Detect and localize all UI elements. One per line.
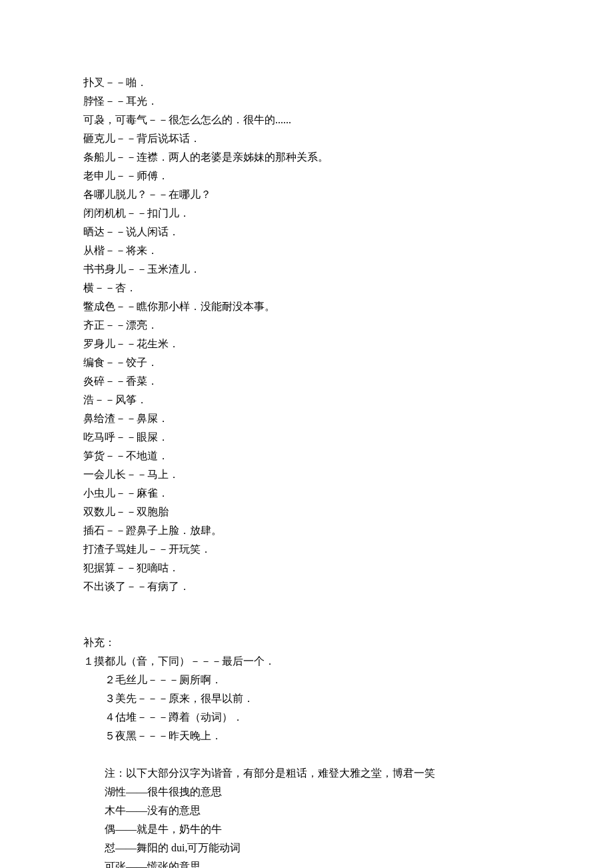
dialect-entry: 晒达－－说人闲话． bbox=[83, 223, 530, 241]
dialect-entry: 打渣子骂娃儿－－开玩笑． bbox=[83, 540, 530, 559]
dialect-entry: 各哪儿脱儿？－－在哪儿？ bbox=[83, 185, 530, 204]
supplement-section: 补充： １摸都儿（音，下同）－－－最后一个． ２毛丝儿－－－厕所啊． ３美先－－… bbox=[83, 633, 530, 868]
dialect-entry: 脖怪－－耳光． bbox=[83, 92, 530, 111]
document-page: 扑叉－－啪． 脖怪－－耳光． 可袅，可毒气－－很怎么怎么的．很牛的...... … bbox=[0, 0, 613, 868]
dialect-entry: 笋货－－不地道． bbox=[83, 447, 530, 465]
supplement-more-item: 偶——就是牛，奶牛的牛 bbox=[83, 820, 530, 839]
dialect-entry: 条船儿－－连襟．两人的老婆是亲姊妹的那种关系。 bbox=[83, 148, 530, 167]
dialect-entry: 横－－杏． bbox=[83, 279, 530, 297]
supplement-item: １摸都儿（音，下同）－－－最后一个． bbox=[83, 652, 530, 671]
supplement-more-item: 木牛——没有的意思 bbox=[83, 801, 530, 820]
dialect-entry: 从楷－－将来． bbox=[83, 241, 530, 260]
dialect-entry: 吃马呼－－眼屎． bbox=[83, 428, 530, 447]
dialect-entry: 炎碎－－香菜． bbox=[83, 372, 530, 391]
supplement-item: ３美先－－－原来，很早以前． bbox=[83, 689, 530, 708]
dialect-entry: 书书身儿－－玉米渣儿． bbox=[83, 260, 530, 279]
dialect-entry: 浩－－风筝． bbox=[83, 391, 530, 409]
blank-line bbox=[83, 615, 530, 633]
dialect-entry: 犯据算－－犯嘀咕． bbox=[83, 559, 530, 577]
blank-line bbox=[83, 596, 530, 615]
dialect-entry: 不出谈了－－有病了． bbox=[83, 577, 530, 596]
supplement-title: 补充： bbox=[83, 633, 530, 652]
supplement-note: 注：以下大部分汉字为谐音，有部分是粗话，难登大雅之堂，博君一笑 bbox=[83, 764, 530, 783]
supplement-item: ５夜黑－－－昨天晚上． bbox=[83, 727, 530, 745]
dialect-entry: 一会儿长－－马上． bbox=[83, 465, 530, 484]
dialect-entry: 双数儿－－双胞胎 bbox=[83, 503, 530, 521]
supplement-more-item: 可张——慌张的意思 bbox=[83, 857, 530, 868]
dialect-entry: 闭闭机机－－扣门儿． bbox=[83, 204, 530, 223]
dialect-entry: 鳖成色－－瞧你那小样．没能耐没本事。 bbox=[83, 297, 530, 316]
dialect-entry: 编食－－饺子． bbox=[83, 353, 530, 372]
dialect-entry: 鼻给渣－－鼻屎． bbox=[83, 409, 530, 428]
supplement-more-item: 怼——舞阳的 dui,可万能动词 bbox=[83, 839, 530, 857]
dialect-entry: 罗身儿－－花生米． bbox=[83, 335, 530, 353]
dialect-entry: 小虫儿－－麻雀． bbox=[83, 484, 530, 503]
supplement-item: ２毛丝儿－－－厕所啊． bbox=[83, 671, 530, 689]
dialect-entry: 齐正－－漂亮． bbox=[83, 316, 530, 335]
dialect-entry: 插石－－蹬鼻子上脸．放肆。 bbox=[83, 521, 530, 540]
dialect-entry: 砸克儿－－背后说坏话． bbox=[83, 129, 530, 148]
supplement-more-item: 湖性——很牛很拽的意思 bbox=[83, 783, 530, 801]
dialect-entry: 老申儿－－师傅． bbox=[83, 167, 530, 185]
dialect-list: 扑叉－－啪． 脖怪－－耳光． 可袅，可毒气－－很怎么怎么的．很牛的...... … bbox=[83, 73, 530, 596]
supplement-item: ４估堆－－－蹲着（动词）． bbox=[83, 708, 530, 727]
dialect-entry: 可袅，可毒气－－很怎么怎么的．很牛的...... bbox=[83, 111, 530, 129]
blank-line bbox=[83, 745, 530, 764]
dialect-entry: 扑叉－－啪． bbox=[83, 73, 530, 92]
